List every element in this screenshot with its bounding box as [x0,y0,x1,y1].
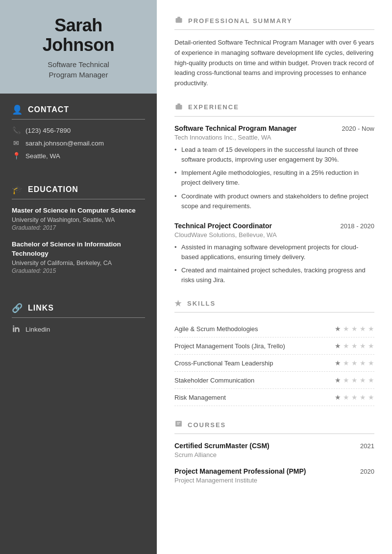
bullet-1-1: Lead a team of 15 developers in the succ… [174,145,374,165]
course-title-1: Certified ScrumMaster (CSM) [174,442,270,450]
email-value: sarah.johnson@email.com [25,140,104,147]
courses-section-title: COURSES [174,420,374,434]
skill-stars-5: ★ ★ ★ ★ ★ [335,393,374,401]
star2-empty-3: ★ [360,342,366,350]
last-name: Johnson [43,35,115,55]
skill-name-4: Stakeholder Communication [174,377,254,384]
linkedin-link[interactable]: Linkedin [12,325,145,334]
skill-row-5: Risk Management ★ ★ ★ ★ ★ [174,389,374,406]
star-empty-4: ★ [368,325,374,333]
summary-section: PROFESSIONAL SUMMARY Detail-oriented Sof… [174,16,374,89]
edu-degree-1: Master of Science in Computer Science [12,206,145,215]
experience-section-title: EXPERIENCE [174,102,374,117]
summary-section-title: PROFESSIONAL SUMMARY [174,16,374,30]
star5-empty-4: ★ [368,393,374,401]
star-empty-1: ★ [343,325,349,333]
star2-filled-1: ★ [335,342,341,350]
summary-text: Detail-oriented Software Technical Progr… [174,38,374,89]
star3-empty-1: ★ [343,359,349,367]
course-org-1: Scrum Alliance [174,451,374,458]
edu-graduated-1: Graduated: 2017 [12,224,145,231]
phone-value: (123) 456-7890 [25,127,71,134]
exp-company-2: CloudWave Solutions, Bellevue, WA [174,231,374,239]
course-title-2: Project Management Professional (PMP) [174,467,306,475]
skill-name-3: Cross-Functional Team Leadership [174,360,273,367]
linkedin-icon [12,325,21,334]
svg-rect-2 [175,18,182,23]
course-org-2: Project Management Institute [174,477,374,484]
skill-row-3: Cross-Functional Team Leadership ★ ★ ★ ★… [174,355,374,372]
education-section: 🎓 EDUCATION Master of Science in Compute… [0,173,157,292]
contact-location: 📍 Seattle, WA [12,152,145,160]
exp-bullets-1: Lead a team of 15 developers in the succ… [174,145,374,211]
skill-stars-2: ★ ★ ★ ★ ★ [335,342,374,350]
exp-dates-2: 2018 - 2020 [341,222,374,230]
svg-rect-0 [13,327,14,332]
bullet-1-3: Coordinate with product owners and stake… [174,192,374,211]
star2-empty-2: ★ [351,342,358,350]
experience-entry-2: Technical Project Coordinator 2018 - 202… [174,222,374,286]
skills-label: SKILLS [187,300,216,307]
skill-name-1: Agile & Scrum Methodologies [174,325,258,333]
star4-empty-3: ★ [360,376,366,384]
star5-empty-2: ★ [351,393,358,401]
courses-label: COURSES [188,421,226,429]
contact-section: 👤 CONTACT 📞 (123) 456-7890 ✉ sarah.johns… [0,94,157,173]
skill-name-2: Project Management Tools (Jira, Trello) [174,342,285,350]
links-section-title: 🔗 LINKS [12,303,145,318]
star-empty-3: ★ [360,325,366,333]
person-icon: 👤 [12,104,23,115]
star2-empty-4: ★ [368,342,374,350]
skill-stars-1: ★ ★ ★ ★ ★ [335,325,374,333]
exp-bullets-2: Assisted in managing software developmen… [174,242,374,286]
skill-row-1: Agile & Scrum Methodologies ★ ★ ★ ★ ★ [174,320,374,337]
edu-school-2: University of California, Berkeley, CA [12,260,145,266]
contact-label: CONTACT [28,105,69,114]
experience-section: EXPERIENCE Software Technical Program Ma… [174,102,374,285]
education-entry-1: Master of Science in Computer Science Un… [12,206,145,231]
exp-company-1: Tech Innovations Inc., Seattle, WA [174,134,374,141]
skill-name-5: Risk Management [174,394,226,401]
suitcase-icon [174,102,183,112]
exp-title-1: Software Technical Program Manager [174,124,296,132]
star4-empty-2: ★ [351,376,358,384]
star5-filled-1: ★ [335,393,341,401]
edu-school-1: University of Washington, Seattle, WA [12,217,145,223]
title-line2: Program Manager [49,71,108,79]
star-empty-2: ★ [351,325,358,333]
sidebar-header: Sarah Johnson Software Technical Program… [0,0,157,94]
bullet-2-2: Created and maintained project schedules… [174,265,374,285]
email-icon: ✉ [12,139,21,147]
star5-empty-3: ★ [360,393,366,401]
contact-section-title: 👤 CONTACT [12,104,145,120]
graduation-icon: 🎓 [12,184,23,195]
edu-graduated-2: Graduated: 2015 [12,267,145,274]
bullet-1-2: Implement Agile methodologies, resulting… [174,168,374,188]
star4-empty-4: ★ [368,376,374,384]
star5-empty-1: ★ [343,393,349,401]
location-icon: 📍 [12,152,21,160]
skill-row-2: Project Management Tools (Jira, Trello) … [174,337,374,355]
experience-entry-1: Software Technical Program Manager 2020 … [174,124,374,211]
candidate-title: Software Technical Program Manager [12,59,145,80]
exp-header-1: Software Technical Program Manager 2020 … [174,124,374,132]
star-icon: ★ [174,299,182,308]
courses-icon [174,420,183,430]
star3-empty-3: ★ [360,359,366,367]
main-content: PROFESSIONAL SUMMARY Detail-oriented Sof… [157,0,392,554]
location-value: Seattle, WA [25,152,60,160]
skill-row-4: Stakeholder Communication ★ ★ ★ ★ ★ [174,372,374,389]
star4-filled-1: ★ [335,376,341,384]
course-year-2: 2020 [360,468,374,475]
links-label: LINKS [28,304,54,313]
star4-empty-1: ★ [343,376,349,384]
candidate-name: Sarah Johnson [12,16,145,54]
star3-empty-2: ★ [351,359,358,367]
star3-filled-1: ★ [335,359,341,367]
exp-title-2: Technical Project Coordinator [174,222,272,230]
skill-stars-3: ★ ★ ★ ★ ★ [335,359,374,367]
skill-stars-4: ★ ★ ★ ★ ★ [335,376,374,384]
education-section-title: 🎓 EDUCATION [12,184,145,199]
course-header-2: Project Management Professional (PMP) 20… [174,467,374,475]
phone-icon: 📞 [12,126,21,134]
